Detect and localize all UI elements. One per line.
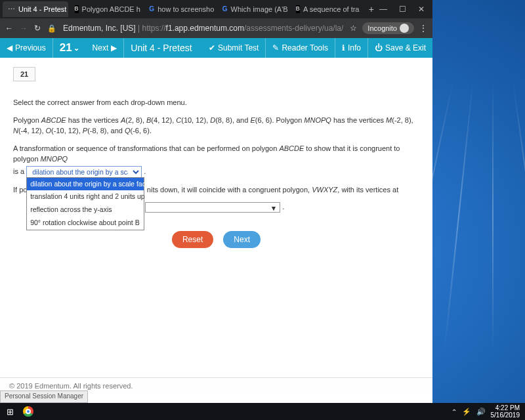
t: (-4, 12),: [18, 127, 46, 135]
tab-1[interactable]: B Polygon ABCDE h ✕: [70, 1, 143, 17]
submit-label: Submit Test: [218, 43, 259, 52]
tab-favicon: ⋯: [8, 5, 15, 13]
next-label: Next: [93, 43, 109, 52]
info-label: Info: [348, 43, 361, 52]
close-window-button[interactable]: ✕: [418, 5, 425, 14]
t: Q: [125, 127, 131, 135]
incognito-label: Incognito: [368, 24, 397, 32]
tray-expand-icon[interactable]: ⌃: [452, 408, 457, 415]
t: (-6, 6).: [131, 127, 152, 135]
incognito-badge: Incognito: [362, 22, 414, 34]
info-icon: ℹ: [342, 43, 345, 52]
question-selector[interactable]: 21 ⌄: [53, 41, 86, 54]
dropdown-option[interactable]: 90° rotation clockwise about point B: [27, 217, 144, 230]
t: D: [210, 116, 215, 124]
question-number: 21: [60, 41, 72, 54]
tab-favicon: B: [296, 5, 300, 13]
info-button[interactable]: ℹ Info: [335, 38, 368, 58]
t: (-2, 8),: [392, 116, 413, 124]
dropdown-option[interactable]: translation 4 units right and 2 units up: [27, 190, 144, 203]
start-button[interactable]: ⊞: [0, 407, 20, 417]
windows-taskbar: ⊞ ⌃ ⚡ 🔊 4:22 PM 5/16/2019: [0, 403, 525, 420]
browser-window: ⋯ Unit 4 - Pretest ✕ B Polygon ABCDE h ✕…: [0, 0, 432, 403]
chevron-down-icon: ⌄: [74, 44, 79, 52]
t: (-10, 12),: [51, 127, 83, 135]
next-button[interactable]: Next ▶: [86, 38, 125, 58]
previous-button[interactable]: ◀ Previous: [0, 38, 53, 58]
url-path: /assessments-delivery/ua/la/launch/48964…: [244, 24, 343, 33]
taskbar-clock[interactable]: 4:22 PM 5/16/2019: [491, 404, 520, 419]
question-panel: 21 Select the correct answer from each d…: [0, 58, 432, 257]
maximize-button[interactable]: ☐: [399, 5, 406, 14]
dropdown-1-options: dilation about the origin by a scale fac…: [26, 177, 144, 230]
url-host: f1.app.edmentum.com: [166, 24, 244, 33]
t: N: [13, 127, 18, 135]
dropdown-option[interactable]: reflection across the y-axis: [27, 203, 144, 217]
vertices-dropdown-2[interactable]: ▼: [145, 202, 280, 213]
tab-label: A sequence of tra: [303, 5, 360, 13]
url-sep: |: [136, 24, 142, 33]
t: (10, 12),: [181, 116, 210, 124]
tab-4[interactable]: B A sequence of tra ✕: [291, 1, 362, 17]
transformation-dropdown-1[interactable]: dilation about the origin by a scale fac…: [26, 166, 142, 178]
previous-label: Previous: [15, 43, 46, 52]
t: .: [144, 167, 146, 175]
tab-label: Polygon ABCDE h: [82, 5, 140, 13]
tab-favicon: B: [75, 5, 79, 13]
dropdown-1-line: is a dilation about the origin by a scal…: [13, 166, 419, 178]
t: MNOPQ: [41, 155, 68, 163]
t: ABCDE: [279, 144, 304, 152]
tab-label: Which image (A'B: [231, 5, 288, 13]
dropdown-option[interactable]: dilation about the origin by a scale fac…: [27, 178, 144, 191]
reload-button[interactable]: ↻: [34, 24, 41, 33]
browser-titlebar: ⋯ Unit 4 - Pretest ✕ B Polygon ABCDE h ✕…: [0, 0, 432, 18]
incognito-icon: [400, 24, 409, 33]
t: (2, 8),: [125, 116, 146, 124]
instruction-text: Select the correct answer from each drop…: [13, 97, 419, 108]
next-question-button[interactable]: Next: [223, 231, 261, 248]
tools-label: Reader Tools: [282, 43, 328, 52]
check-icon: ✔: [209, 43, 215, 52]
page-content: ◀ Previous 21 ⌄ Next ▶ Unit 4 - Pretest …: [0, 38, 432, 403]
chrome-icon: [23, 406, 33, 417]
volume-icon[interactable]: 🔊: [476, 408, 486, 416]
save-label: Save & Exit: [385, 43, 426, 52]
reader-tools-button[interactable]: ✎ Reader Tools: [266, 38, 335, 58]
t: .: [282, 203, 284, 211]
previous-icon: ◀: [7, 43, 12, 52]
t: O: [46, 127, 52, 135]
next-icon: ▶: [111, 43, 117, 52]
t: has the vertices: [331, 116, 386, 124]
t: nits down, it will coincide with a congr…: [147, 186, 312, 194]
tab-0[interactable]: ⋯ Unit 4 - Pretest ✕: [3, 1, 68, 17]
url-proto: https://: [142, 24, 166, 33]
back-button[interactable]: ←: [5, 24, 13, 33]
network-icon[interactable]: ⚡: [462, 408, 471, 416]
tab-label: how to screensho: [158, 5, 214, 13]
submit-test-button[interactable]: ✔ Submit Test: [202, 38, 266, 58]
url-display[interactable]: Edmentum, Inc. [US] | https://f1.app.edm…: [63, 24, 343, 33]
power-icon: ⏻: [375, 43, 383, 52]
t: has the vertices: [66, 116, 121, 124]
bookmark-star-icon[interactable]: ☆: [350, 24, 357, 33]
polygon-vertices-text: Polygon ABCDE has the vertices A(2, 8), …: [13, 115, 419, 136]
save-exit-button[interactable]: ⏻ Save & Exit: [368, 38, 432, 58]
system-tray: ⌃ ⚡ 🔊 4:22 PM 5/16/2019: [452, 404, 526, 419]
forward-button[interactable]: →: [20, 24, 28, 33]
clock-time: 4:22 PM: [491, 404, 520, 411]
assessment-title: Unit 4 - Pretest: [131, 43, 192, 53]
address-bar: ← → ↻ 🔒 Edmentum, Inc. [US] | https://f1…: [0, 18, 432, 38]
question-number-box: 21: [13, 67, 35, 81]
browser-menu-icon[interactable]: ⋮: [419, 24, 427, 33]
t: (-8, 8), and: [87, 127, 125, 135]
url-host-label: Edmentum, Inc. [US]: [63, 24, 136, 33]
minimize-button[interactable]: —: [379, 5, 387, 14]
t: (4, 12),: [151, 116, 176, 124]
tab-2[interactable]: G how to screensho ✕: [144, 1, 215, 17]
chrome-taskbar-icon[interactable]: [20, 405, 37, 418]
t: (6, 6). Polygon: [255, 116, 304, 124]
tab-3[interactable]: G Which image (A'B ✕: [217, 1, 289, 17]
t: , with its vertices at: [337, 186, 398, 194]
new-tab-button[interactable]: +: [364, 4, 379, 14]
reset-button[interactable]: Reset: [172, 231, 213, 248]
